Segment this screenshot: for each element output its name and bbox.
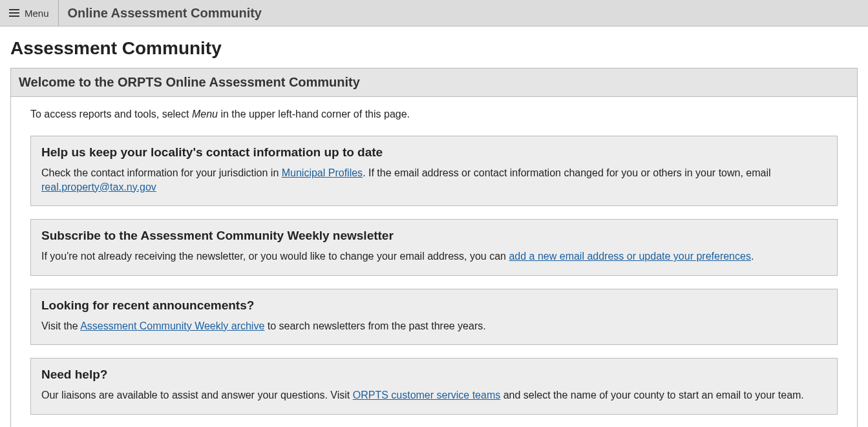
box-contact-info: Help us keep your locality's contact inf… [30, 136, 838, 206]
text: to search newsletters from the past thre… [264, 320, 485, 331]
hamburger-icon [9, 9, 19, 17]
box-title: Subscribe to the Assessment Community We… [41, 229, 827, 243]
intro-post: in the upper left-hand corner of this pa… [218, 109, 410, 120]
site-title: Online Assessment Community [59, 0, 262, 26]
topbar: Menu Online Assessment Community [0, 0, 868, 26]
box-body: Visit the Assessment Community Weekly ar… [41, 319, 827, 333]
intro-text: To access reports and tools, select Menu… [30, 109, 838, 120]
box-need-help: Need help? Our liaisons are available to… [30, 358, 838, 415]
menu-button[interactable]: Menu [0, 0, 59, 26]
intro-emph: Menu [192, 109, 218, 120]
text: and select the name of your county to st… [500, 390, 804, 401]
link-customer-service[interactable]: ORPTS customer service teams [353, 390, 501, 401]
text: . [751, 251, 754, 262]
intro-pre: To access reports and tools, select [30, 109, 192, 120]
link-update-preferences[interactable]: add a new email address or update your p… [509, 251, 750, 262]
text: . If the email address or contact inform… [363, 167, 770, 178]
panel-body: To access reports and tools, select Menu… [11, 97, 857, 427]
link-municipal-profiles[interactable]: Municipal Profiles [282, 167, 363, 178]
panel-header: Welcome to the ORPTS Online Assessment C… [11, 68, 857, 97]
page-title: Assessment Community [10, 38, 858, 59]
box-body: If you're not already receiving the news… [41, 249, 827, 264]
menu-button-label: Menu [25, 8, 49, 19]
link-weekly-archive[interactable]: Assessment Community Weekly archive [80, 320, 264, 331]
text: Check the contact information for your j… [41, 167, 282, 178]
text: If you're not already receiving the news… [41, 251, 509, 262]
text: Our liaisons are available to assist and… [41, 390, 353, 401]
text: Visit the [41, 320, 80, 331]
box-body: Our liaisons are available to assist and… [41, 388, 827, 402]
link-real-property-email[interactable]: real.property@tax.ny.gov [41, 182, 156, 193]
box-subscribe: Subscribe to the Assessment Community We… [30, 219, 838, 276]
box-body: Check the contact information for your j… [41, 166, 827, 194]
box-title: Help us keep your locality's contact inf… [41, 145, 827, 160]
welcome-panel: Welcome to the ORPTS Online Assessment C… [10, 68, 858, 427]
box-title: Need help? [41, 368, 827, 382]
box-announcements: Looking for recent announcements? Visit … [30, 289, 838, 346]
box-title: Looking for recent announcements? [41, 298, 827, 313]
